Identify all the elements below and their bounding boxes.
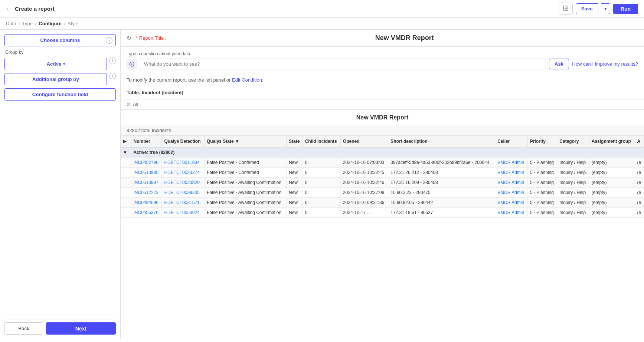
th-priority[interactable]: Priority bbox=[527, 136, 557, 147]
cell-short-description: 10.90.2.23 - 280475 bbox=[388, 188, 495, 198]
cell-number[interactable]: INC0494096 bbox=[131, 198, 162, 208]
collapse-icon[interactable]: ▼ bbox=[123, 150, 127, 155]
cell-number[interactable]: INC0510997 bbox=[131, 178, 162, 188]
table-row: INC0455376 HDETCT0053924 False Positive … bbox=[121, 208, 644, 218]
chevron-down-icon: ▾ bbox=[63, 62, 65, 66]
cell-qualys-state: False Positive - Awaiting Confirmation bbox=[205, 188, 287, 198]
cell-number[interactable]: INC0512223 bbox=[131, 188, 162, 198]
th-qualys-state[interactable]: Qualys State ▼ bbox=[205, 136, 287, 147]
cell-caller[interactable]: VMDR Admin bbox=[495, 208, 528, 218]
edit-condition-link[interactable]: Edit Condition. bbox=[232, 77, 264, 83]
cell-qualys-state: False Positive - Awaiting Confirmation bbox=[205, 198, 287, 208]
left-panel: Choose columns i Group by Active ▾ i Add… bbox=[0, 30, 121, 339]
th-number[interactable]: Number bbox=[131, 136, 162, 147]
th-qualys-detection[interactable]: Qualys Detection bbox=[162, 136, 205, 147]
ai-icon bbox=[127, 59, 137, 69]
cell-category: Inquiry / Help bbox=[557, 178, 589, 188]
cell-qualys-state: False Positive - Awaiting Confirmation bbox=[205, 208, 287, 218]
cell-state: New bbox=[287, 178, 303, 188]
run-button[interactable]: Run bbox=[613, 4, 638, 14]
breadcrumb-type[interactable]: Type bbox=[22, 21, 33, 26]
group-row: ▼ Active: true (82802) bbox=[121, 147, 644, 158]
cell-caller[interactable]: VMDR Admin bbox=[495, 168, 528, 178]
save-button[interactable]: Save bbox=[576, 3, 598, 14]
th-extra[interactable]: A bbox=[635, 136, 644, 147]
additional-group-info-icon[interactable]: i bbox=[109, 73, 116, 79]
cell-expand bbox=[121, 178, 131, 188]
cell-caller[interactable]: VMDR Admin bbox=[495, 158, 528, 168]
cell-qualys-detection[interactable]: HDETCT0039335 bbox=[162, 188, 205, 198]
report-title-label: * Report Title : bbox=[136, 35, 166, 41]
cell-extra: (e bbox=[635, 168, 644, 178]
table-container[interactable]: ▶ Number Qualys Detection Qualys State ▼… bbox=[121, 136, 644, 218]
cell-expand bbox=[121, 158, 131, 168]
ai-bar-row: Ask How can I improve my results? bbox=[127, 59, 638, 69]
refresh-icon[interactable]: ↻ bbox=[127, 34, 131, 42]
cell-short-description: 097aceff-5d9a-4a53-a00f-202b89bf2a6e - 2… bbox=[388, 158, 495, 168]
active-info-icon[interactable]: i bbox=[109, 57, 116, 64]
cell-assignment-group: (empty) bbox=[589, 198, 635, 208]
breadcrumb-data[interactable]: Data bbox=[6, 21, 16, 26]
cell-extra: (e bbox=[635, 208, 644, 218]
cell-caller[interactable]: VMDR Admin bbox=[495, 198, 528, 208]
ask-button[interactable]: Ask bbox=[549, 59, 569, 69]
cell-qualys-detection[interactable]: HDETCT0023374 bbox=[162, 168, 205, 178]
th-assignment-group[interactable]: Assignment group bbox=[589, 136, 635, 147]
cell-extra: (e bbox=[635, 178, 644, 188]
cell-short-description: 172.31.16.209 - 280408 bbox=[388, 178, 495, 188]
cell-extra: (e bbox=[635, 158, 644, 168]
th-caller[interactable]: Caller bbox=[495, 136, 528, 147]
th-opened[interactable]: Opened bbox=[340, 136, 388, 147]
back-button[interactable]: Back bbox=[4, 322, 43, 335]
cell-assignment-group: (empty) bbox=[589, 208, 635, 218]
cell-expand bbox=[121, 208, 131, 218]
cell-qualys-detection[interactable]: HDETCT0031571 bbox=[162, 198, 205, 208]
cell-qualys-detection[interactable]: HDETCT0053924 bbox=[162, 208, 205, 218]
cell-qualys-state: False Positive - Confirmed bbox=[205, 158, 287, 168]
cell-extra: (e bbox=[635, 198, 644, 208]
cell-opened: 2024-10-16 10:32:45 bbox=[340, 168, 388, 178]
expand-all-icon[interactable]: ▶ bbox=[123, 139, 126, 144]
left-panel-bottom: Back Next bbox=[4, 319, 116, 335]
cell-caller[interactable]: VMDR Admin bbox=[495, 188, 528, 198]
next-button[interactable]: Next bbox=[46, 322, 116, 335]
cell-child-incidents: 0 bbox=[303, 178, 340, 188]
breadcrumb-configure[interactable]: Configure bbox=[39, 21, 61, 26]
cell-category: Inquiry / Help bbox=[557, 158, 589, 168]
breadcrumb-style[interactable]: Style bbox=[68, 21, 78, 26]
cell-opened: 2024-10-16 09:31:36 bbox=[340, 198, 388, 208]
cell-number[interactable]: INC0455376 bbox=[131, 208, 162, 218]
cell-short-description: 10.90.82.65 - 280442 bbox=[388, 198, 495, 208]
ai-search-input[interactable] bbox=[140, 59, 546, 69]
configure-function-button[interactable]: Configure function field bbox=[4, 88, 116, 101]
additional-group-by-button[interactable]: Additional group by bbox=[4, 73, 107, 85]
group-by-label: Group by bbox=[4, 49, 116, 55]
table-row: INC0512223 HDETCT0039335 False Positive … bbox=[121, 188, 644, 198]
page-title: Create a report bbox=[15, 6, 55, 12]
th-short-description[interactable]: Short description bbox=[388, 136, 495, 147]
cell-priority: 5 - Planning bbox=[527, 178, 557, 188]
th-state[interactable]: State bbox=[287, 136, 303, 147]
cell-number[interactable]: INC0452796 bbox=[131, 158, 162, 168]
active-dropdown-button[interactable]: Active ▾ bbox=[4, 58, 107, 70]
th-category[interactable]: Category bbox=[557, 136, 589, 147]
cell-child-incidents: 0 bbox=[303, 168, 340, 178]
cell-extra: (e bbox=[635, 188, 644, 198]
ai-bar: Type a question about your data Ask How … bbox=[121, 47, 644, 74]
cell-number[interactable]: INC0510995 bbox=[131, 168, 162, 178]
export-button[interactable] bbox=[559, 3, 573, 15]
th-expand[interactable]: ▶ bbox=[121, 136, 131, 147]
table-row: INC0494096 HDETCT0031571 False Positive … bbox=[121, 198, 644, 208]
cell-state: New bbox=[287, 168, 303, 178]
filter-icon: ⊘ bbox=[127, 102, 131, 107]
cell-qualys-detection[interactable]: HDETCT0011834 bbox=[162, 158, 205, 168]
cell-caller[interactable]: VMDR Admin bbox=[495, 178, 528, 188]
choose-columns-button[interactable]: Choose columns i bbox=[4, 34, 116, 46]
cell-assignment-group: (empty) bbox=[589, 168, 635, 178]
th-child-incidents[interactable]: Child Incidents bbox=[303, 136, 340, 147]
back-arrow-icon[interactable]: ← bbox=[6, 6, 12, 12]
choose-columns-info-icon[interactable]: i bbox=[106, 37, 112, 44]
cell-qualys-detection[interactable]: HDETCT0023820 bbox=[162, 178, 205, 188]
help-link[interactable]: How can I improve my results? bbox=[572, 61, 638, 67]
save-dropdown-button[interactable]: ▾ bbox=[601, 3, 610, 14]
